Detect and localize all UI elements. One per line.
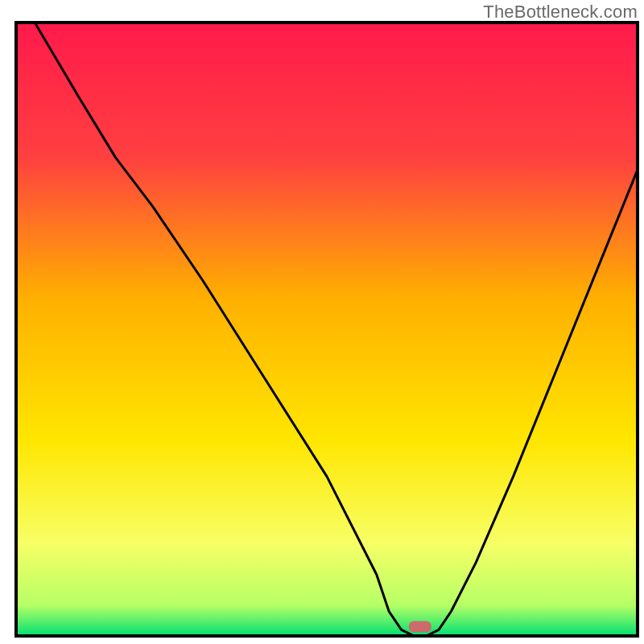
plot-background (16, 23, 638, 636)
chart-svg (0, 0, 644, 644)
min-marker (409, 621, 431, 633)
watermark-label: TheBottleneck.com (483, 2, 638, 23)
bottleneck-chart: TheBottleneck.com (0, 0, 644, 644)
